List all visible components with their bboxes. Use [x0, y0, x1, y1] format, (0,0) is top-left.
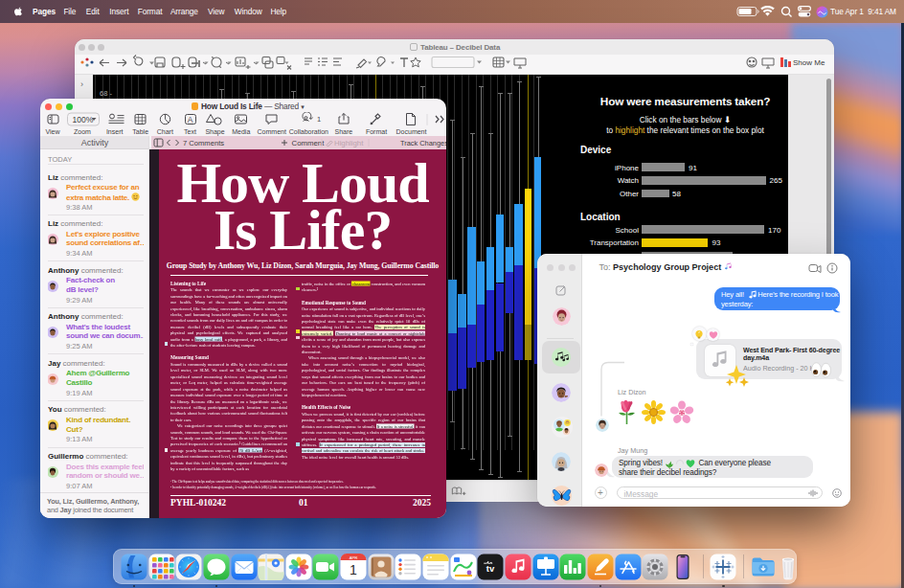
svg-text:Show Me: Show Me [793, 58, 825, 67]
svg-text:Track Changes: Track Changes [400, 139, 446, 147]
svg-text:Comment: Comment [292, 139, 326, 147]
svg-text:1: 1 [350, 562, 357, 577]
svg-text:APR: APR [350, 554, 358, 559]
svg-text:100%: 100% [73, 115, 94, 124]
svg-text:tv: tv [486, 562, 495, 573]
svg-text:A: A [188, 115, 193, 124]
svg-text:Highlight: Highlight [334, 139, 364, 147]
svg-text:7 Comments: 7 Comments [183, 139, 224, 147]
svg-text:1: 1 [317, 115, 321, 124]
